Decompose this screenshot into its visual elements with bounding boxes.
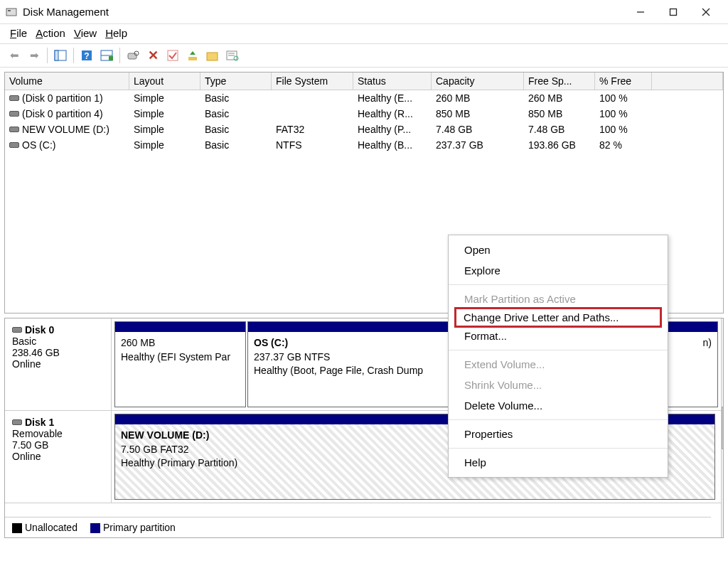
legend-unallocated: Unallocated (12, 522, 77, 533)
forward-button[interactable]: ➡ (26, 47, 43, 64)
svg-rect-17 (207, 53, 218, 60)
context-menu-item[interactable]: Delete Volume... (449, 395, 668, 416)
delete-icon[interactable]: ✕ (144, 47, 161, 64)
properties-icon[interactable] (224, 47, 241, 64)
close-button[interactable] (690, 1, 722, 23)
disk-icon (9, 142, 19, 148)
svg-rect-3 (670, 9, 677, 15)
upload-icon[interactable] (184, 47, 201, 64)
context-menu-item: Extend Volume... (449, 354, 668, 375)
context-menu-item[interactable]: Format... (449, 326, 668, 346)
context-menu-item[interactable]: Open (449, 240, 668, 260)
svg-rect-1 (8, 10, 11, 11)
menu-help[interactable]: Help (105, 27, 127, 39)
svg-rect-0 (6, 9, 16, 16)
context-menu-item: Mark Partition as Active (449, 289, 668, 309)
toolbar-grid-icon[interactable] (98, 47, 115, 64)
svg-rect-12 (109, 56, 113, 60)
folder-action-icon[interactable] (204, 47, 221, 64)
partition[interactable]: OS (C:)237.37 GB NTFSHealthy (Boot, Page… (247, 321, 454, 407)
col-layout[interactable]: Layout (129, 73, 200, 90)
context-menu-separator (449, 350, 668, 350)
disk-icon (9, 111, 19, 117)
col-volume[interactable]: Volume (5, 73, 129, 90)
context-menu-item[interactable]: Explore (449, 260, 668, 281)
menu-file[interactable]: File (10, 27, 27, 39)
table-row[interactable]: NEW VOLUME (D:)SimpleBasicFAT32Healthy (… (5, 122, 723, 137)
svg-rect-7 (55, 50, 58, 60)
menubar: File Action View Help (0, 24, 728, 44)
context-menu-item: Shrink Volume... (449, 375, 668, 395)
disk-icon (9, 95, 19, 101)
toolbar-layout-icon[interactable] (52, 47, 69, 64)
partition[interactable]: 260 MBHealthy (EFI System Par (114, 321, 246, 407)
table-row[interactable]: (Disk 0 partition 1)SimpleBasicHealthy (… (5, 90, 723, 106)
titlebar: Disk Management (0, 0, 728, 24)
col-status[interactable]: Status (353, 73, 432, 90)
minimize-button[interactable] (624, 1, 657, 23)
svg-text:?: ? (84, 51, 89, 61)
maximize-button[interactable] (657, 1, 690, 23)
col-free[interactable]: Free Sp... (524, 73, 595, 90)
context-menu-item[interactable]: Properties (449, 424, 668, 444)
context-menu-separator (449, 448, 668, 449)
volume-list-header: Volume Layout Type File System Status Ca… (5, 73, 723, 90)
app-icon (6, 6, 17, 18)
col-pct[interactable]: % Free (595, 73, 652, 90)
table-row[interactable]: OS (C:)SimpleBasicNTFSHealthy (B...237.3… (5, 137, 723, 153)
col-capacity[interactable]: Capacity (432, 73, 524, 90)
legend: Unallocated Primary partition (5, 517, 711, 537)
vertical-scrollbar[interactable]: ▴▾ (721, 318, 724, 537)
svg-rect-16 (188, 57, 197, 60)
toolbar: ⬅ ➡ ? ✕ (0, 44, 728, 68)
window-title: Disk Management (23, 6, 109, 18)
disk-icon (12, 419, 22, 425)
back-button[interactable]: ⬅ (6, 47, 23, 64)
context-menu-separator (449, 419, 668, 420)
menu-view[interactable]: View (74, 27, 97, 39)
col-filesystem[interactable]: File System (272, 73, 353, 90)
disk-icon (9, 127, 19, 132)
disk-icon (12, 327, 22, 333)
context-menu-item-highlighted[interactable]: Change Drive Letter and Paths... (454, 307, 662, 328)
disk-label[interactable]: Disk 1Removable7.50 GBOnline (5, 411, 112, 503)
context-menu-separator (449, 284, 668, 285)
context-menu-item[interactable]: Help (449, 452, 668, 473)
toolbar-scan-icon[interactable] (124, 47, 141, 64)
legend-primary: Primary partition (90, 522, 176, 533)
disk-label[interactable]: Disk 0Basic238.46 GBOnline (5, 318, 112, 410)
svg-rect-13 (128, 53, 136, 59)
check-icon[interactable] (164, 47, 181, 64)
menu-action[interactable]: Action (36, 27, 65, 39)
col-type[interactable]: Type (200, 73, 272, 90)
context-menu: OpenExploreMark Partition as ActiveChang… (448, 235, 668, 478)
help-icon[interactable]: ? (78, 47, 95, 64)
table-row[interactable]: (Disk 0 partition 4)SimpleBasicHealthy (… (5, 106, 723, 122)
